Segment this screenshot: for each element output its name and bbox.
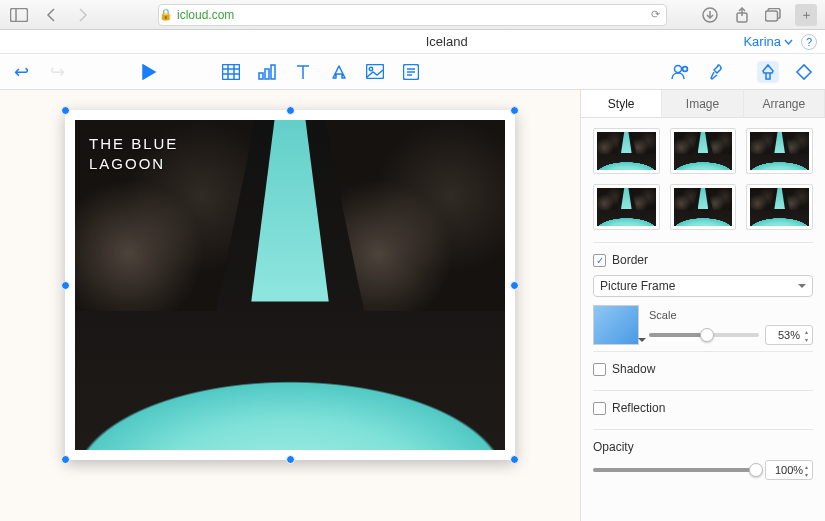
tabs-icon[interactable] — [763, 4, 785, 26]
user-menu[interactable]: Karina — [743, 34, 799, 49]
opacity-slider[interactable] — [593, 468, 759, 472]
chevron-down-icon — [784, 39, 793, 45]
new-tab-button[interactable]: ＋ — [795, 4, 817, 26]
main-toolbar: ↩ ↪ — [0, 54, 825, 90]
shadow-checkbox[interactable] — [593, 363, 606, 376]
svg-rect-14 — [271, 65, 275, 79]
animate-button[interactable] — [793, 61, 815, 83]
comment-icon[interactable] — [400, 61, 422, 83]
resize-handle[interactable] — [510, 455, 519, 464]
canvas-area[interactable]: THE BLUE LAGOON — [0, 90, 580, 521]
resize-handle[interactable] — [61, 281, 70, 290]
text-icon[interactable] — [292, 61, 314, 83]
style-preset[interactable] — [746, 128, 813, 174]
resize-handle[interactable] — [286, 455, 295, 464]
svg-marker-17 — [333, 66, 345, 78]
tools-icon[interactable] — [705, 61, 727, 83]
resize-handle[interactable] — [286, 106, 295, 115]
style-preset[interactable] — [670, 128, 737, 174]
main-area: THE BLUE LAGOON Style Image Arrange — [0, 90, 825, 521]
url-host: icloud.com — [177, 8, 234, 22]
help-button[interactable]: ? — [801, 34, 817, 50]
chart-icon[interactable] — [256, 61, 278, 83]
undo-button[interactable]: ↩ — [10, 61, 32, 83]
document-title: Iceland — [150, 34, 743, 49]
downloads-icon[interactable] — [699, 4, 721, 26]
scale-value-field[interactable]: 53% ▴▾ — [765, 325, 813, 345]
back-icon[interactable] — [40, 4, 62, 26]
format-inspector: Style Image Arrange ✓ Border Picture Fra… — [580, 90, 825, 521]
opacity-stepper[interactable]: ▴▾ — [801, 462, 811, 478]
svg-rect-7 — [223, 64, 240, 79]
reload-icon[interactable]: ⟳ — [651, 8, 660, 21]
scale-stepper[interactable]: ▴▾ — [801, 327, 811, 343]
selected-image[interactable]: THE BLUE LAGOON — [65, 110, 515, 460]
svg-marker-6 — [143, 65, 155, 79]
svg-rect-5 — [766, 11, 778, 21]
resize-handle[interactable] — [510, 281, 519, 290]
scale-slider[interactable] — [649, 333, 759, 337]
share-icon[interactable] — [731, 4, 753, 26]
image-style-presets — [593, 128, 813, 230]
resize-handle[interactable] — [61, 455, 70, 464]
border-label: Border — [612, 253, 648, 267]
svg-rect-12 — [259, 73, 263, 79]
reflection-label: Reflection — [612, 401, 665, 415]
opacity-label: Opacity — [593, 440, 634, 454]
style-preset[interactable] — [670, 184, 737, 230]
style-preset[interactable] — [746, 184, 813, 230]
reflection-checkbox[interactable] — [593, 402, 606, 415]
svg-rect-0 — [11, 8, 28, 21]
app-title-bar: Iceland Karina ? — [0, 30, 825, 54]
svg-point-19 — [369, 67, 372, 70]
collaborate-icon[interactable] — [669, 61, 691, 83]
slide-caption: THE BLUE LAGOON — [89, 134, 178, 175]
user-name: Karina — [743, 34, 781, 49]
lock-icon: 🔒 — [159, 8, 173, 21]
border-checkbox[interactable]: ✓ — [593, 254, 606, 267]
style-preset[interactable] — [593, 128, 660, 174]
frame-preview-picker[interactable] — [593, 305, 639, 345]
opacity-value-field[interactable]: 100% ▴▾ — [765, 460, 813, 480]
play-button[interactable] — [138, 61, 160, 83]
media-icon[interactable] — [364, 61, 386, 83]
border-style-select[interactable]: Picture Frame — [593, 275, 813, 297]
svg-rect-28 — [797, 64, 811, 78]
resize-handle[interactable] — [510, 106, 519, 115]
format-button[interactable] — [757, 61, 779, 83]
scale-label: Scale — [649, 309, 813, 321]
svg-point-24 — [675, 65, 682, 72]
shadow-label: Shadow — [612, 362, 655, 376]
sidebar-toggle-icon[interactable] — [8, 4, 30, 26]
tab-style[interactable]: Style — [581, 90, 662, 117]
resize-handle[interactable] — [61, 106, 70, 115]
svg-rect-13 — [265, 69, 269, 79]
inspector-tabs: Style Image Arrange — [581, 90, 825, 118]
browser-chrome: 🔒 icloud.com ⟳ ＋ — [0, 0, 825, 30]
url-field[interactable]: 🔒 icloud.com ⟳ — [158, 4, 667, 26]
shape-icon[interactable] — [328, 61, 350, 83]
style-preset[interactable] — [593, 184, 660, 230]
redo-button[interactable]: ↪ — [46, 61, 68, 83]
table-icon[interactable] — [220, 61, 242, 83]
tab-image[interactable]: Image — [662, 90, 743, 117]
forward-icon[interactable] — [72, 4, 94, 26]
tab-arrange[interactable]: Arrange — [744, 90, 825, 117]
